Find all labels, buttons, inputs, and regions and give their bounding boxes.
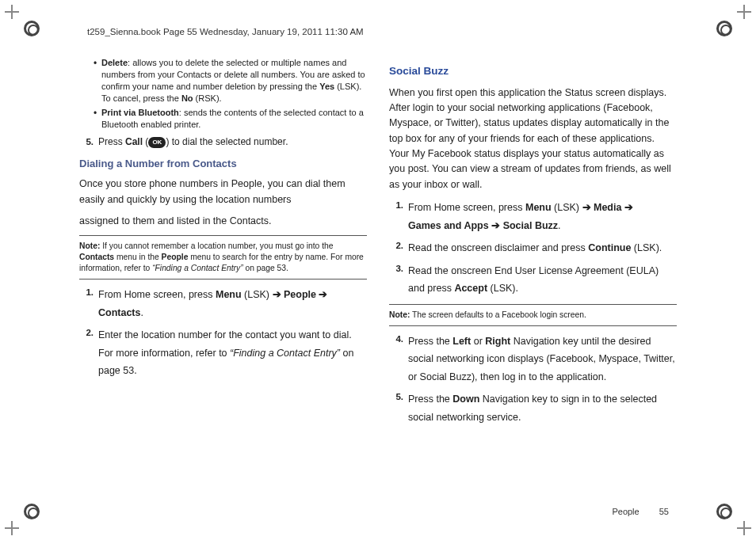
intro-text: Once you store phone numbers in People, …	[79, 177, 367, 207]
decoration-spiral-bottom-right	[716, 504, 732, 519]
note-remember-location: Note: If you cannot remember a location …	[79, 235, 367, 280]
book-header: t259_Sienna.book Page 55 Wednesday, Janu…	[87, 27, 364, 36]
step-2-enter-location: 2. Enter the location number for the con…	[79, 326, 367, 380]
step-5-press-call: 5. Press Call (OK) to dial the selected …	[79, 135, 367, 149]
sb-step-2: 2. Read the onscreen disclaimer and pres…	[389, 239, 677, 257]
heading-social-buzz: Social Buzz	[389, 63, 677, 79]
page-content: • Delete: allows you to delete the selec…	[79, 55, 677, 500]
sb-step-1: 1. From Home screen, press Menu (LSK) ➔ …	[389, 199, 677, 234]
social-buzz-intro: When you first open this application the…	[389, 86, 677, 193]
sb-step-5: 5. Press the Down Navigation key to sign…	[389, 390, 677, 426]
bullet-delete: • Delete: allows you to delete the selec…	[94, 57, 367, 104]
intro-text-2: assigned to them and listed in the Conta…	[79, 214, 367, 229]
decoration-spiral-bottom-left	[24, 504, 40, 519]
decoration-spiral-top-left	[24, 21, 40, 36]
footer-page-number: 55	[659, 507, 669, 516]
sb-step-4: 4. Press the Left or Right Navigation ke…	[389, 333, 677, 386]
decoration-spiral-top-right	[716, 21, 732, 36]
bullet-print-bluetooth: • Print via Bluetooth: sends the content…	[94, 107, 367, 131]
right-column: Social Buzz When you first open this app…	[389, 55, 677, 500]
footer-section: People	[612, 507, 639, 516]
left-column: • Delete: allows you to delete the selec…	[79, 55, 367, 500]
sb-step-3: 3. Read the onscreen End User License Ag…	[389, 262, 677, 298]
page-footer: People 55	[612, 507, 669, 516]
ok-key-icon: OK	[148, 137, 166, 148]
note-facebook-default: Note: The screen defaults to a Facebook …	[389, 304, 677, 326]
step-1-home-menu: 1. From Home screen, press Menu (LSK) ➔ …	[79, 286, 367, 321]
heading-dialing-from-contacts: Dialing a Number from Contacts	[79, 157, 367, 172]
